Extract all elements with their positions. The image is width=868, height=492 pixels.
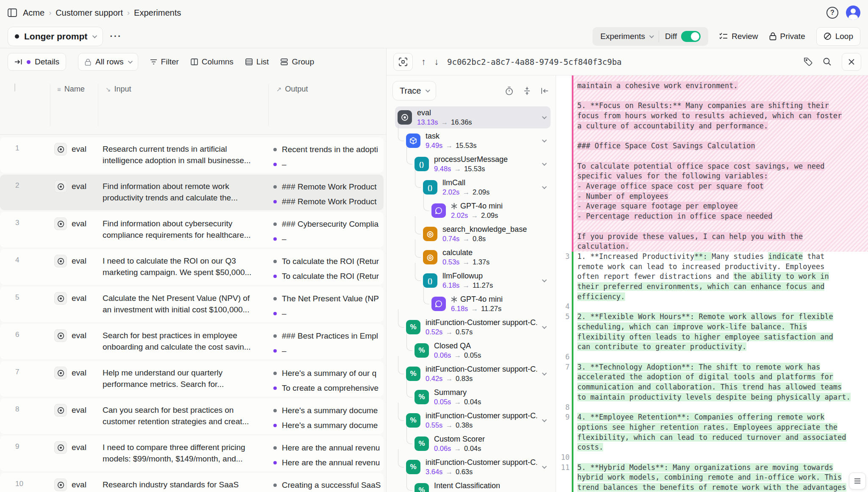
- table-row[interactable]: 5 eval Calculate the Net Present Value (…: [0, 286, 384, 322]
- trace-span-row[interactable]: % initFunction-Customer support-C... 0.5…: [403, 409, 551, 431]
- trace-span-row[interactable]: % initFunction-Customer support-C... 3.6…: [403, 456, 551, 478]
- column-header-output[interactable]: ↗Output: [276, 85, 386, 94]
- arrow-right-icon: →: [459, 281, 473, 289]
- table-toolbar: Details All rows Filter Columns: [0, 48, 386, 75]
- chevron-down-icon[interactable]: [542, 371, 547, 375]
- chevron-down-icon[interactable]: [542, 184, 547, 189]
- trace-span-row[interactable]: % Custom Scorer 0.06s→0.04s: [412, 433, 551, 455]
- trace-view-selector[interactable]: Trace: [392, 81, 436, 100]
- chevron-down-icon[interactable]: [542, 278, 547, 282]
- collapse-vertical-icon[interactable]: [523, 86, 531, 95]
- row-output: Recent trends in the adopti–: [266, 137, 384, 173]
- timer-icon[interactable]: [505, 86, 513, 95]
- tag-icon[interactable]: [804, 57, 812, 66]
- trace-span-row[interactable]: eval 13.13s→16.36s: [395, 106, 551, 128]
- breadcrumb-page[interactable]: Experiments: [134, 8, 181, 18]
- span-type-icon: (): [415, 157, 429, 171]
- chevron-down-icon[interactable]: [542, 138, 547, 142]
- skip-to-start-icon[interactable]: [541, 87, 549, 95]
- row-output: Here are the annual revenuHere are the a…: [266, 436, 384, 471]
- group-button[interactable]: Group: [281, 57, 314, 67]
- next-row-button[interactable]: ↓: [434, 57, 439, 67]
- experiment-selector[interactable]: Longer prompt: [8, 27, 103, 46]
- columns-button[interactable]: Columns: [191, 57, 234, 67]
- table-row[interactable]: 9 eval I need to compare three different…: [0, 436, 384, 471]
- table-row[interactable]: 2 eval Find information about remote wor…: [0, 175, 384, 210]
- diff-added-line: 3. **Technology Adoption**: The shift to…: [577, 362, 865, 372]
- overflow-menu-button[interactable]: ···: [110, 31, 122, 42]
- diff-added-paragraph: 115. **Hybrid Models**: Many organizatio…: [577, 463, 865, 492]
- arrow-right-icon: →: [442, 375, 456, 382]
- diff-added-line: [577, 352, 865, 362]
- view-selector[interactable]: Experiments: [594, 27, 659, 46]
- table-row[interactable]: 3 eval Find information about cybersecur…: [0, 212, 384, 247]
- span-duration-compare: 0.57s: [456, 328, 473, 336]
- lock-icon: [769, 32, 776, 40]
- select-all-checkbox[interactable]: [14, 83, 15, 92]
- avatar[interactable]: [846, 6, 860, 20]
- span-durations: 0.55s→0.38s: [426, 421, 537, 429]
- expand-trace-button[interactable]: [393, 53, 413, 71]
- loop-button[interactable]: Loop: [816, 27, 860, 46]
- trace-span-row[interactable]: task 9.49s→15.53s: [403, 130, 551, 152]
- columns-label: Columns: [202, 57, 234, 67]
- row-name: eval: [72, 217, 86, 228]
- table-row[interactable]: 10 eval Research industry standards for …: [0, 473, 384, 492]
- trace-span-row[interactable]: () llmFollowup 6.18s→11.27s: [420, 270, 551, 292]
- column-header-input[interactable]: ↘Input: [106, 85, 268, 94]
- filter-button[interactable]: Filter: [150, 57, 179, 67]
- trace-span-row[interactable]: ◎ calculate 0.53s→1.37s: [420, 246, 551, 268]
- chevron-down-icon[interactable]: [542, 417, 547, 422]
- diff-toggle[interactable]: [681, 31, 701, 42]
- all-rows-filter[interactable]: All rows: [78, 53, 138, 71]
- trace-span-row[interactable]: GPT-4o mini 6.18s→11.27s: [429, 293, 551, 315]
- diff-control: Diff: [659, 27, 707, 46]
- diff-added-paragraph: 4: [577, 302, 865, 312]
- review-button[interactable]: Review: [719, 32, 758, 41]
- sidebar-toggle-icon[interactable]: [8, 8, 17, 17]
- eval-icon: [54, 143, 67, 156]
- help-icon[interactable]: ?: [826, 7, 838, 19]
- trace-span-row[interactable]: % Closed QA 0.06s→0.05s: [412, 339, 551, 361]
- close-panel-button[interactable]: [842, 53, 861, 71]
- column-header-name[interactable]: ≡Name: [57, 85, 98, 94]
- span-duration-compare: 15.53s: [456, 142, 477, 149]
- span-duration-compare: 0.63s: [456, 468, 473, 475]
- chevron-down-icon[interactable]: [542, 114, 547, 119]
- span-duration-compare: 11.27s: [481, 305, 501, 312]
- chevron-down-icon[interactable]: [542, 324, 547, 329]
- trace-span-row[interactable]: % Summary 0.05s→0.04s: [412, 386, 551, 408]
- trace-span-row[interactable]: GPT-4o mini 2.02s→2.09s: [429, 200, 551, 222]
- diff-added-line: 1. **Increased Productivity**: Many stud…: [577, 252, 865, 262]
- table-row[interactable]: 7 eval Help me understand our quarterly …: [0, 361, 384, 397]
- trace-span-row[interactable]: % initFunction-Customer support-C... 0.5…: [403, 316, 551, 338]
- table-row[interactable]: 8 eval Can you search for best practices…: [0, 398, 384, 434]
- trace-span-row[interactable]: ◎ search_knowledge_base 0.74s→0.8s: [420, 223, 551, 245]
- output-bullet: [273, 312, 277, 315]
- table-row[interactable]: 6 eval Search for best practices in empl…: [0, 324, 384, 359]
- list-view-button[interactable]: List: [245, 57, 269, 67]
- trace-span-row[interactable]: () processUserMessage 9.48s→15.53s: [412, 153, 551, 175]
- loop-label: Loop: [835, 32, 853, 41]
- table-row[interactable]: 4 eval I need to calculate the ROI on ou…: [0, 249, 384, 285]
- previous-row-button[interactable]: ↑: [421, 57, 426, 67]
- trace-span-row[interactable]: % Intent Classification 0.43s→0.03s: [412, 479, 551, 492]
- row-output: Here's a summary documeHere's a summary …: [266, 398, 384, 434]
- text-options-button[interactable]: [849, 473, 866, 489]
- breadcrumb-separator: ›: [127, 8, 130, 17]
- eval-icon: [54, 180, 67, 193]
- diff-view: maintain a cohesive work environment. 5.…: [556, 75, 868, 492]
- private-label: Private: [780, 32, 805, 41]
- chevron-down-icon[interactable]: [542, 161, 547, 166]
- trace-span-row[interactable]: () llmCall 2.02s→2.09s: [420, 176, 551, 198]
- table-row[interactable]: 1 eval Research current trends in artifi…: [0, 137, 384, 173]
- trace-span-row[interactable]: % initFunction-Customer support-C... 0.4…: [403, 363, 551, 385]
- search-icon[interactable]: [823, 57, 832, 66]
- details-button[interactable]: Details: [8, 53, 66, 71]
- breadcrumb-org[interactable]: Acme: [23, 8, 45, 18]
- diff-added-line: costs.: [577, 442, 865, 453]
- private-button[interactable]: Private: [769, 32, 805, 41]
- eval-icon: [54, 404, 67, 417]
- breadcrumb-project[interactable]: Customer support: [56, 8, 123, 18]
- chevron-down-icon[interactable]: [542, 464, 547, 469]
